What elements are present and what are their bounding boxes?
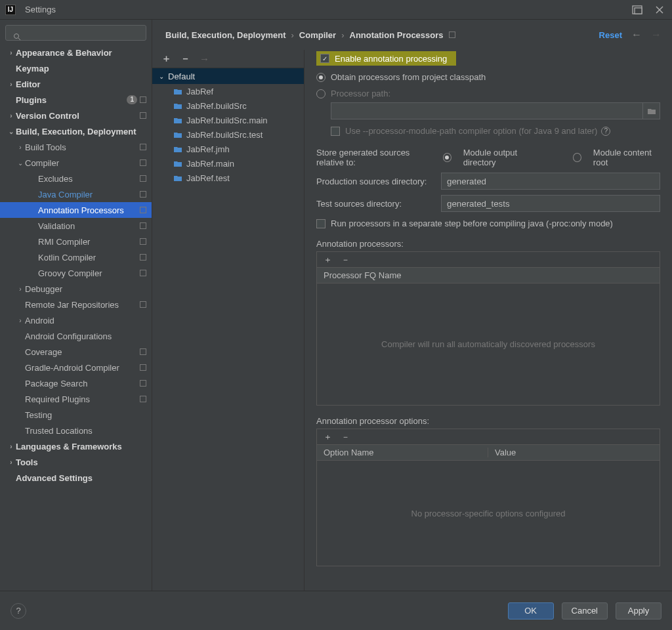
profile-default[interactable]: ⌄ Default [152,68,304,84]
options-panel: Enable annotation processing Obtain proc… [304,50,672,591]
sidebar-item[interactable]: ›Version Control [0,108,152,123]
scope-icon [140,380,146,387]
module-item[interactable]: JabRef.buildSrc.main [152,113,304,127]
sidebar-item[interactable]: Android Configurations [0,328,152,344]
sidebar-item[interactable]: Keymap [0,60,152,76]
opt-col2: Value [488,448,660,457]
scope-icon [140,191,146,198]
profile-tree[interactable]: ⌄ Default JabRefJabRef.buildSrcJabRef.bu… [152,68,304,185]
scope-icon [140,112,146,119]
chevron-icon: › [7,112,16,119]
chevron-right-icon: › [341,30,344,40]
sidebar-item[interactable]: Advanced Settings [0,470,152,486]
module-item[interactable]: JabRef.main [152,156,304,171]
store-relative-row: Store generated sources relative to: Mod… [316,148,660,167]
opt-empty-text: No processor-specific options configured [317,461,660,566]
chevron-icon: › [7,49,16,56]
remove-profile-button[interactable]: － [180,52,190,65]
sidebar-item[interactable]: RMI Compiler [0,234,152,249]
sidebar-item[interactable]: ›Tools [0,454,152,470]
separate-step-checkbox[interactable]: Run processors in a separate step before… [316,219,660,228]
sidebar-item-label: Required Plugins [25,394,137,404]
module-label: JabRef [186,87,213,96]
module-output-radio[interactable] [443,153,452,162]
scope-icon [140,396,146,402]
obtain-from-classpath-radio[interactable]: Obtain processors from project classpath [316,72,660,82]
sidebar-item[interactable]: ›Debugger [0,281,152,297]
processor-path-input [331,102,643,119]
chevron-icon: › [16,285,25,293]
sidebar-item[interactable]: Coverage [0,344,152,360]
cancel-button[interactable]: Cancel [562,602,608,620]
sidebar-item-label: Kotlin Compiler [38,253,137,262]
module-item[interactable]: JabRef.buildSrc [152,98,304,113]
crumb-c: Annotation Processors [350,30,444,40]
add-profile-button[interactable]: ＋ [161,52,171,65]
checkbox-checked-icon[interactable] [320,54,329,63]
sidebar-item[interactable]: ›Editor [0,76,152,92]
sidebar-item[interactable]: Groovy Compiler [0,265,152,281]
sidebar-item[interactable]: Remote Jar Repositories [0,297,152,312]
module-content-root-radio[interactable] [573,153,581,162]
sidebar-item[interactable]: Java Compiler [0,186,152,202]
folder-icon [173,131,182,138]
sidebar-item[interactable]: Required Plugins [0,391,152,407]
sidebar-item[interactable]: ›Build Tools [0,139,152,155]
sidebar-item[interactable]: Annotation Processors [0,202,152,218]
folder-icon [173,102,182,110]
folder-icon [173,146,182,153]
sidebar-item[interactable]: Excludes [0,171,152,186]
chevron-icon: › [7,459,16,466]
dock-icon[interactable] [630,3,644,17]
sidebar-item[interactable]: Kotlin Compiler [0,249,152,265]
sidebar-item-label: Tools [16,457,144,467]
sidebar-item[interactable]: ›Appearance & Behavior [0,45,152,60]
prod-dir-input[interactable] [441,173,660,190]
module-item[interactable]: JabRef [152,84,304,98]
chevron-icon: › [16,144,25,151]
remove-option-button: － [341,431,350,443]
close-icon[interactable] [652,3,667,17]
opt-col1: Option Name [317,448,488,457]
sidebar-item-label: Java Compiler [38,190,137,200]
test-dir-input[interactable] [441,195,660,212]
sidebar-item[interactable]: Trusted Locations [0,423,152,438]
ok-button[interactable]: OK [508,602,554,620]
module-item[interactable]: JabRef.test [152,171,304,185]
help-button[interactable]: ? [10,603,26,619]
reset-link[interactable]: Reset [599,30,622,40]
add-processor-button[interactable]: ＋ [324,254,332,266]
enable-annotation-processing-checkbox[interactable]: Enable annotation processing [316,51,456,66]
processor-path-radio[interactable]: Processor path: [316,89,660,98]
sidebar-item[interactable]: Plugins1 [0,92,152,108]
back-arrow-icon[interactable]: ← [631,29,642,41]
chevron-icon: › [7,443,16,450]
sidebar-item[interactable]: Validation [0,218,152,234]
sidebar-item[interactable]: ⌄Compiler [0,155,152,171]
sidebar-item-label: Coverage [25,347,137,357]
sidebar-item-label: Package Search [25,379,137,388]
sidebar-item[interactable]: Gradle-Android Compiler [0,360,152,375]
folder-icon [173,160,182,167]
add-option-button[interactable]: ＋ [324,431,332,443]
module-item[interactable]: JabRef.jmh [152,142,304,156]
sidebar-item[interactable]: Testing [0,407,152,423]
sidebar-item[interactable]: ⌄Build, Execution, Deployment [0,123,152,139]
search-input[interactable] [5,25,146,41]
crumb-a[interactable]: Build, Execution, Deployment [165,30,285,40]
help-icon[interactable]: ? [601,127,610,136]
svg-rect-1 [635,8,642,14]
remove-processor-button: － [341,254,350,266]
radio-selected-icon[interactable] [316,73,326,82]
sidebar-item[interactable]: Package Search [0,375,152,391]
sidebar-item[interactable]: ›Android [0,312,152,328]
apply-button[interactable]: Apply [616,602,662,620]
settings-tree[interactable]: ›Appearance & BehaviorKeymap›EditorPlugi… [0,45,152,591]
radio-icon[interactable] [316,89,326,98]
checkbox-icon[interactable] [316,219,326,228]
crumb-b[interactable]: Compiler [299,30,336,40]
ap-header: Processor FQ Name [317,270,660,280]
sidebar-item[interactable]: ›Languages & Frameworks [0,438,152,454]
sidebar-item-label: Annotation Processors [38,205,137,215]
module-item[interactable]: JabRef.buildSrc.test [152,127,304,142]
